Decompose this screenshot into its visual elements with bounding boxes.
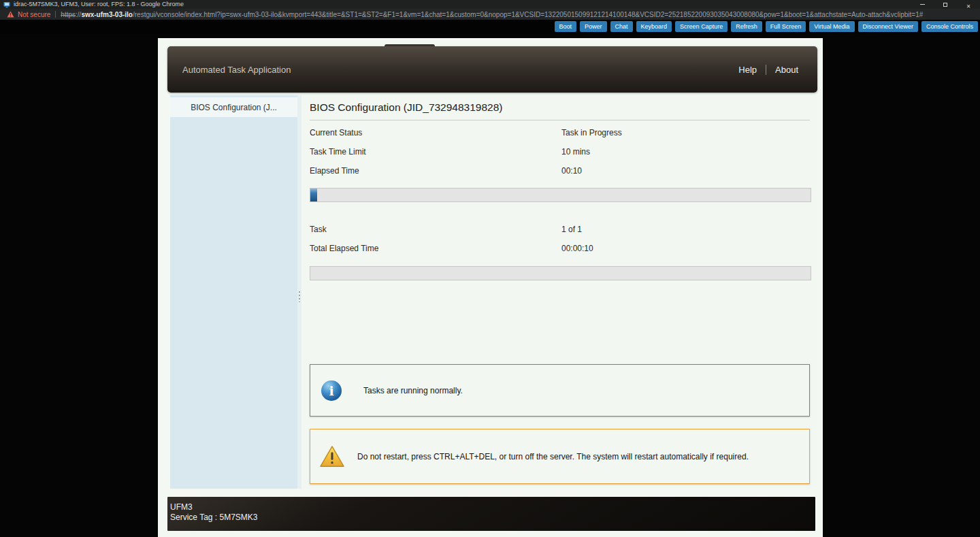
field-task-time-limit: Task Time Limit 10 mins [310,147,810,157]
page-title: BIOS Configuration (JID_732948319828) [310,101,503,114]
browser-titlebar: idrac-5M7SMK3, UFM3, User: root, FPS: 1.… [0,0,980,9]
app-header: Automated Task Application Help About [167,46,817,93]
minimize-icon [920,4,925,5]
task-progress-fill [310,189,317,201]
field-label: Task Time Limit [310,147,366,157]
help-link[interactable]: Help [738,65,757,75]
full-screen-button[interactable]: Full Screen [766,21,806,32]
field-label: Current Status [310,128,362,137]
task-progress-bar [310,188,811,202]
url-path: /restgui/vconsole/index.html?ip=swx-ufm3… [133,11,923,18]
app-body: BIOS Configuration (J... BIOS Configurat… [170,95,817,489]
sidebar-item-bios-configuration[interactable]: BIOS Configuration (J... [170,97,297,117]
refresh-button[interactable]: Refresh [731,21,762,32]
url-host: swx-ufm3-03-ilo [81,11,133,18]
virtual-media-button[interactable]: Virtual Media [809,21,854,32]
screen-capture-button[interactable]: Screen Capture [675,21,728,32]
maximize-icon [943,3,947,7]
header-link-divider [766,65,766,75]
url-text: https://swx-ufm3-03-ilo/restgui/vconsole… [61,11,923,18]
info-icon: i [321,380,342,401]
field-value: 1 of 1 [561,225,582,234]
splitter-grip-icon [299,291,300,302]
task-sidebar: BIOS Configuration (J... [170,95,297,489]
window-controls [919,1,972,8]
warning-triangle-icon [319,445,345,468]
power-button[interactable]: Power [580,21,607,32]
task-detail-panel: BIOS Configuration (JID_732948319828) Cu… [301,95,817,489]
field-label: Task [310,225,327,234]
disconnect-viewer-button[interactable]: Disconnect Viewer [858,21,918,32]
maximize-button[interactable] [942,1,949,8]
overall-progress-bar [310,266,811,280]
field-value: 10 mins [561,147,590,157]
window-title: idrac-5M7SMK3, UFM3, User: root, FPS: 1.… [14,0,919,9]
info-message: Tasks are running normally. [363,386,463,395]
app-title: Automated Task Application [182,65,738,75]
field-current-status: Current Status Task in Progress [310,128,810,138]
field-label: Elapsed Time [310,166,359,176]
field-elapsed-time: Elapsed Time 00:10 [310,166,810,176]
field-value: 00:00:10 [561,244,593,253]
minimize-button[interactable] [919,1,926,8]
about-link[interactable]: About [775,65,798,75]
field-label: Total Elapsed Time [310,244,378,253]
app-footer: UFM3 Service Tag : 5M7SMK3 [167,497,815,531]
keyboard-button[interactable]: Keyboard [636,21,672,32]
address-bar[interactable]: Not secure https://swx-ufm3-03-ilo/restg… [0,9,980,20]
chat-button[interactable]: Chat [610,21,633,32]
console-controls-button[interactable]: Console Controls [921,21,978,32]
warning-message-box: Do not restart, press CTRL+ALT+DEL, or t… [310,429,810,484]
header-links: Help About [738,65,798,75]
tab-favicon-icon [3,1,10,8]
field-total-elapsed-time: Total Elapsed Time 00:00:10 [310,244,810,254]
boot-button[interactable]: Boot [555,21,577,32]
warning-message: Do not restart, press CTRL+ALT+DEL, or t… [357,452,749,461]
address-bar-divider [55,11,56,18]
title-divider [310,120,810,120]
field-value: Task in Progress [561,128,622,137]
close-button[interactable] [965,1,972,8]
url-scheme: https [61,11,76,18]
footer-model: UFM3 [170,502,815,512]
field-value: 00:10 [561,166,582,176]
kvm-stage: Automated Task Application Help About BI… [0,33,980,537]
remote-console-screen: Automated Task Application Help About BI… [158,38,823,537]
security-label: Not secure [18,11,50,18]
field-task-count: Task 1 of 1 [310,225,810,235]
kvm-toolbar: Boot Power Chat Keyboard Screen Capture … [0,20,980,33]
not-secure-warning-icon[interactable] [7,11,14,18]
footer-service-tag: Service Tag : 5M7SMK3 [170,512,815,523]
info-message-box: i Tasks are running normally. [310,364,810,417]
